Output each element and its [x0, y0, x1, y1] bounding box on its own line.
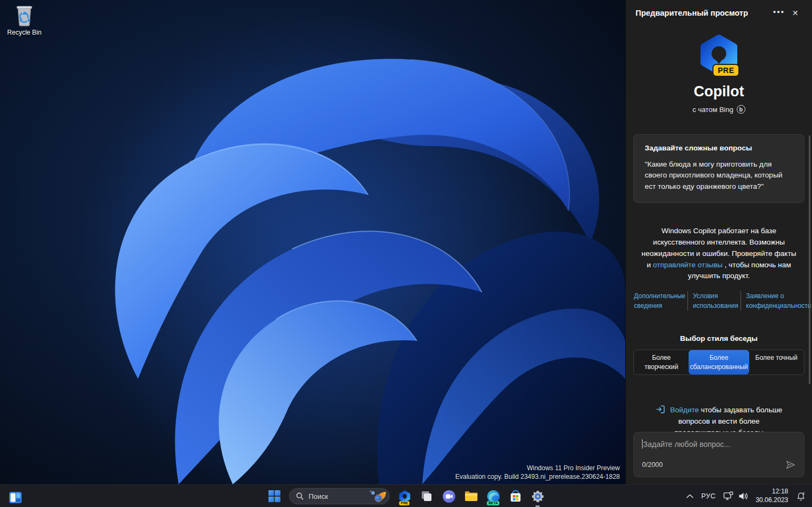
send-feedback-link[interactable]: отправляйте отзывы [653, 261, 723, 269]
text-caret [642, 439, 643, 449]
wallpaper-bloom [0, 0, 625, 484]
store-button[interactable] [506, 486, 525, 506]
clock[interactable]: 12:18 30.06.2023 [752, 486, 792, 506]
settings-button[interactable] [528, 486, 547, 506]
tray-date: 30.06.2023 [756, 496, 788, 505]
ai-disclaimer: Windows Copilot работает на базе искусст… [639, 226, 799, 282]
start-button[interactable] [265, 486, 284, 506]
recycle-bin-icon [14, 4, 35, 27]
recycle-bin[interactable]: Recycle Bin [3, 4, 45, 36]
task-view-icon [420, 490, 433, 503]
send-icon[interactable] [785, 459, 796, 470]
legal-links-row: Дополнительные сведения Условия использо… [629, 291, 809, 311]
chat-button[interactable] [439, 486, 459, 506]
suggestion-card-body: "Какие блюда я могу приготовить для свое… [645, 159, 793, 192]
bell-dnd-icon: z [796, 491, 806, 502]
learn-more-link[interactable]: Дополнительные сведения [629, 291, 687, 311]
task-view-button[interactable] [417, 486, 436, 506]
style-option-balanced[interactable]: Более сбалансированный [689, 350, 749, 374]
chat-input-placeholder: Задайте любой вопрос... [643, 440, 730, 449]
more-options-button[interactable]: ••• [771, 5, 787, 21]
taskbar-center-group: Поиск PRE [265, 486, 547, 506]
chevron-up-icon [686, 494, 693, 498]
svg-text:z: z [803, 491, 804, 495]
system-tray: РУС 12:18 30.06.2023 z [683, 485, 810, 507]
store-icon [509, 490, 522, 503]
volume-icon [738, 492, 748, 501]
copilot-header: Предварительный просмотр ••• ✕ [626, 0, 812, 26]
edge-beta-button[interactable]: BETA [483, 486, 503, 506]
terms-of-use-link[interactable]: Условия использования [687, 291, 741, 311]
copilot-subtitle: с чатом Bing b [626, 105, 812, 114]
chat-input-box[interactable]: Задайте любой вопрос... 0/2000 [633, 432, 804, 477]
file-explorer-icon [464, 489, 478, 503]
search-icon [296, 492, 304, 500]
copilot-logo-block: PRE [626, 34, 812, 76]
search-box[interactable]: Поиск [289, 488, 390, 504]
pre-badge: PRE [712, 64, 739, 77]
char-counter: 0/2000 [642, 461, 663, 469]
panel-scrollbar[interactable] [809, 135, 810, 384]
search-daily-graphic [369, 489, 388, 503]
start-icon [269, 490, 280, 502]
style-option-precise[interactable]: Более точный [749, 350, 804, 374]
tray-time: 12:18 [756, 488, 788, 496]
watermark-line2: Evaluation copy. Build 23493.ni_prerelea… [455, 472, 620, 481]
network-icon [723, 491, 734, 501]
privacy-statement-link[interactable]: Заявление о конфиденциальности [741, 291, 812, 311]
widgets-icon [9, 491, 22, 504]
chat-icon [442, 490, 456, 503]
settings-gear-icon [531, 490, 545, 503]
signin-icon [656, 404, 666, 414]
watermark-line1: Windows 11 Pro Insider Preview [455, 464, 620, 472]
copilot-panel: Предварительный просмотр ••• ✕ PRE Copil… [625, 0, 812, 484]
tray-chevron-button[interactable] [683, 486, 697, 506]
bing-icon: b [737, 105, 745, 114]
taskbar: Поиск PRE [0, 484, 812, 507]
file-explorer-button[interactable] [461, 486, 481, 506]
conversation-style-selector: Более творческий Более сбалансированный … [633, 350, 804, 374]
desktop: Recycle Bin Windows 11 Pro Insider Previ… [0, 0, 625, 484]
insider-watermark: Windows 11 Pro Insider Preview Evaluatio… [455, 464, 620, 481]
copilot-title: Copilot [626, 83, 812, 100]
copilot-taskbar-button[interactable]: PRE [395, 486, 414, 506]
signin-link[interactable]: Войдите [670, 406, 699, 414]
style-option-creative[interactable]: Более творческий [634, 350, 689, 374]
language-indicator[interactable]: РУС [697, 486, 719, 506]
subtitle-text: с чатом Bing [692, 106, 733, 114]
search-label: Поиск [309, 492, 369, 501]
recycle-bin-label: Recycle Bin [3, 29, 45, 36]
suggestion-card-title: Задавайте сложные вопросы [645, 144, 793, 152]
notification-bell-button[interactable]: z [792, 486, 810, 506]
copilot-header-title: Предварительный просмотр [636, 9, 771, 17]
style-selector-title: Выбор стиля беседы [626, 334, 812, 343]
widgets-button[interactable] [5, 488, 25, 507]
suggestion-card[interactable]: Задавайте сложные вопросы "Какие блюда я… [633, 134, 804, 203]
chat-input-field[interactable]: Задайте любой вопрос... [642, 439, 796, 449]
edge-beta-badge: BETA [487, 501, 499, 505]
network-volume-group[interactable] [719, 486, 752, 506]
close-button[interactable]: ✕ [787, 5, 803, 21]
copilot-pre-badge: PRE [399, 501, 409, 505]
